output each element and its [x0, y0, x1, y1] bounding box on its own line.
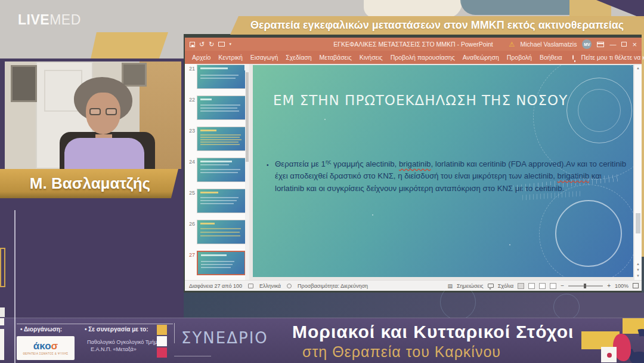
thumb-line — [200, 200, 237, 201]
spellcheck-icon[interactable] — [248, 284, 253, 288]
thumb-line — [200, 169, 240, 170]
undo-icon[interactable]: ↺ — [199, 41, 205, 48]
tell-me-box[interactable]: Πείτε μου τι θέλετε να κάνετε — [581, 54, 644, 61]
logo-live: LIVE — [18, 12, 49, 27]
accessibility-status[interactable]: Προσβασιμότητα: Διερεύνηση — [298, 283, 368, 289]
close-button[interactable]: × — [632, 41, 637, 48]
tab-review[interactable]: Αναθεώρηση — [463, 54, 499, 61]
footer-square-white — [157, 336, 167, 346]
slide-thumbnail[interactable] — [197, 96, 246, 120]
slide-decor-ring — [578, 89, 621, 132]
pane-scroll-thumb[interactable] — [246, 72, 249, 162]
next-slide-icon[interactable]: ▼ — [634, 268, 642, 272]
congress-subtitle: στη Θεραπεία του Καρκίνου — [302, 343, 501, 361]
slide-thumbnail[interactable] — [197, 64, 246, 89]
tell-me-bulb-icon — [572, 55, 574, 60]
slide-sorter-icon[interactable] — [528, 283, 535, 289]
thumbnail-row[interactable]: 24 — [185, 158, 249, 186]
footer-art-navy — [630, 352, 644, 363]
account-name[interactable]: Michael Vaslamatzis — [520, 41, 577, 48]
redo-icon[interactable]: ↻ — [209, 41, 214, 48]
slide-number: 22 — [189, 97, 195, 103]
thumb-line — [201, 261, 234, 262]
lecture-title: Θεραπεία εγκεφαλικών μεταστάσεων στον ΜΜ… — [250, 19, 624, 32]
thumbnail-row[interactable]: 25 — [185, 189, 249, 217]
slide-number: 23 — [189, 128, 195, 134]
slide-number: 24 — [189, 159, 195, 165]
prev-slide-icon[interactable]: ▲ — [634, 262, 642, 266]
tab-help[interactable]: Βοήθεια — [540, 54, 562, 61]
scroll-thumb[interactable] — [636, 213, 640, 233]
minimize-button[interactable]: — — [609, 41, 616, 48]
ako-name-blue: άκο — [33, 340, 51, 352]
tab-design[interactable]: Σχεδίαση — [286, 54, 311, 61]
restore-button[interactable] — [621, 42, 627, 47]
zoom-in-button[interactable]: + — [607, 282, 611, 289]
slide-body-text[interactable]: Θεραπεία με 1ης γραμμής alectinib, briga… — [275, 158, 628, 195]
zoom-slider[interactable] — [568, 285, 603, 287]
scroll-up-icon[interactable]: ▲ — [634, 66, 642, 70]
qat-dropdown-icon[interactable]: ▾ — [229, 42, 231, 47]
status-left: Διαφάνεια 27 από 100 Ελληνικά Προσβασιμό… — [185, 283, 368, 289]
avatar[interactable]: MV — [582, 39, 592, 49]
thumbnail-row-selected[interactable]: 27 — [185, 251, 249, 279]
tab-file[interactable]: Αρχείο — [192, 54, 210, 61]
reading-view-icon[interactable] — [539, 283, 546, 289]
slide-thumbnail[interactable] — [197, 251, 246, 275]
thumb-line — [200, 137, 240, 138]
fit-to-window-icon[interactable] — [633, 283, 639, 288]
thumb-line — [201, 267, 231, 268]
tab-animations[interactable]: Κινήσεις — [360, 54, 383, 61]
spellcheck-word: brigatinib — [399, 159, 431, 168]
window-title: ΕΓΚΕΦΑΛΙΚΕΣ ΜΕΤΑΣΤΑΣΕΙΣ ΣΤΟ ΜΜΚΠ - Power… — [333, 41, 493, 48]
thumbnail-row[interactable]: 26 — [185, 220, 249, 248]
thumb-title-line — [200, 223, 215, 224]
tab-view[interactable]: Προβολή — [507, 54, 532, 61]
slide-thumbnail[interactable] — [197, 158, 246, 182]
slide-title[interactable]: ΕΜ ΣΤΗΝ ΠΡΩΤΟΕΚΔΗΛΩΣΗ ΤΗΣ ΝΟΣΟΥ — [273, 93, 568, 108]
normal-view-icon[interactable] — [518, 283, 524, 289]
notes-button[interactable]: Σημειώσεις — [457, 283, 484, 289]
speaker-webcam — [5, 61, 181, 169]
slide-scrollbar[interactable]: ▲ ▲ ▼ ▼ — [634, 65, 642, 280]
zoom-slider-knob[interactable] — [584, 284, 586, 288]
thumbnail-row[interactable]: 23 — [185, 127, 249, 155]
save-icon[interactable] — [190, 42, 195, 47]
slide-canvas[interactable]: ΕΜ ΣΤΗΝ ΠΡΩΤΟΕΚΔΗΛΩΣΗ ΤΗΣ ΝΟΣΟΥ • Θεραπε… — [253, 65, 633, 277]
comments-button[interactable]: Σχόλια — [498, 283, 514, 289]
slide-thumbnail[interactable] — [197, 127, 246, 151]
thumb-title-line — [200, 99, 212, 100]
slide-number: 25 — [189, 190, 195, 196]
lecture-title-banner: Θεραπεία εγκεφαλικών μεταστάσεων στον ΜΜ… — [230, 16, 644, 35]
slide-thumbnail[interactable] — [197, 220, 246, 244]
ribbon-display-options-icon[interactable] — [597, 42, 604, 47]
thumb-line — [201, 264, 233, 265]
tab-transitions[interactable]: Μεταβάσεις — [320, 54, 352, 61]
spellcheck-word: brigatinib — [558, 171, 590, 180]
thumb-title-line — [200, 130, 216, 131]
partner-label: • Σε συνεργασία με το: — [85, 326, 148, 333]
warning-icon[interactable]: ⚠ — [509, 41, 515, 48]
thumbnail-row[interactable]: 21 — [185, 64, 249, 93]
comments-status-icon — [488, 284, 494, 288]
footer-art-dot — [607, 353, 612, 358]
body-text-part: γραμμής alectinib, — [331, 159, 399, 168]
pane-scrollbar[interactable] — [245, 64, 249, 280]
livemed-logo: LIVEMED — [18, 12, 81, 28]
scroll-down-icon[interactable]: ▼ — [634, 274, 642, 278]
slideshow-view-icon[interactable] — [550, 283, 556, 289]
slide-thumbnail[interactable] — [197, 189, 246, 213]
tab-home[interactable]: Κεντρική — [218, 54, 242, 61]
zoom-level[interactable]: 100% — [615, 283, 628, 289]
zoom-out-button[interactable]: − — [561, 282, 564, 289]
tab-slideshow[interactable]: Προβολή παρουσίασης — [391, 54, 455, 61]
tab-insert[interactable]: Εισαγωγή — [250, 54, 278, 61]
status-right: ▤ Σημειώσεις Σχόλια − + 100% — [447, 282, 642, 289]
slide-decor-dot — [372, 214, 373, 216]
thumb-line — [200, 203, 234, 204]
speaker-name: Μ. Βασλαματζής — [30, 174, 150, 193]
decorative-gold-rect — [0, 248, 5, 287]
thumbnail-row[interactable]: 22 — [185, 96, 249, 124]
start-slideshow-icon[interactable] — [218, 42, 225, 47]
language-status[interactable]: Ελληνικά — [259, 283, 281, 289]
